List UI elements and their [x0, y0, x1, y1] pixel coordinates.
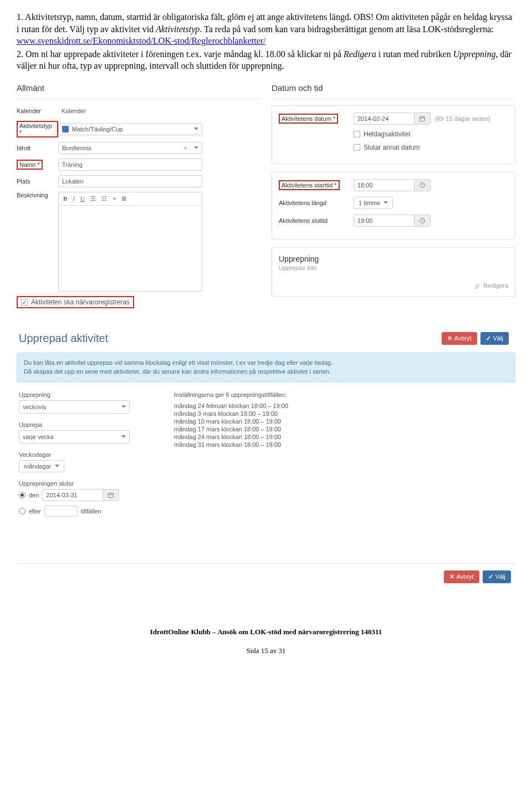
- label-slutar-annat: Slutar annat datum: [364, 144, 420, 151]
- calendar-icon[interactable]: [103, 489, 119, 501]
- label-upprepning: Upprepning: [19, 391, 157, 398]
- chevron-down-icon: [121, 435, 126, 438]
- repeat-card: Upprepning Upprepas inte Redigera: [272, 247, 515, 297]
- label-endtime: Aktivitetens sluttid: [279, 217, 354, 224]
- activity-form: Allmänt Kalender Kalender Aktivitetstyp …: [17, 83, 515, 308]
- label-heldag: Heldagsaktivitet: [364, 130, 411, 138]
- clear-icon[interactable]: ×: [184, 145, 187, 151]
- label-kalender: Kalender: [17, 108, 58, 114]
- bold-button[interactable]: B: [63, 195, 67, 202]
- svg-rect-4: [109, 493, 114, 497]
- time-card: Aktivitetens starttid * 18:00 Aktivitete…: [272, 172, 515, 240]
- info-box: Du kan låta en aktivitet upprepas vid sa…: [17, 353, 515, 383]
- label-plats: Plats: [17, 178, 58, 185]
- input-endtime[interactable]: 19:00: [354, 215, 415, 227]
- label-aktivitetstyp: Aktivitetstyp *: [17, 121, 58, 137]
- cancel-button-top[interactable]: ✕Avbryt: [442, 332, 477, 345]
- value-kalender: Kalender: [58, 105, 89, 116]
- date-card: Aktivitetens datum * 2014-02-24 (för 15 …: [272, 105, 515, 164]
- radio-end-count[interactable]: [19, 508, 25, 514]
- label-namn: Namn *: [17, 160, 43, 170]
- checkbox-attendance[interactable]: [21, 299, 28, 305]
- label-length: Aktivitetens längd: [279, 200, 354, 206]
- select-length[interactable]: 1 timme: [354, 197, 393, 209]
- edit-repeat-link[interactable]: Redigera: [474, 282, 508, 289]
- label-veckodagar: Veckodagar: [19, 451, 157, 458]
- confirm-button-top[interactable]: ✓Välj: [480, 332, 509, 345]
- label-repeat-ends: Upprepningen slutar: [19, 480, 157, 487]
- instruction-text: 1. Aktivitetstyp, namn, datum, starttid …: [17, 11, 515, 72]
- section-title-datum: Datum och tid: [272, 83, 515, 93]
- label-idrott: Idrott: [17, 145, 58, 151]
- select-idrott[interactable]: Bordtennis ×: [58, 142, 202, 154]
- chevron-down-icon: [55, 465, 59, 467]
- checkbox-slutar-annat[interactable]: [354, 144, 360, 151]
- outdent-button[interactable]: ≡: [112, 195, 116, 202]
- select-veckodagar[interactable]: måndagar: [19, 460, 64, 472]
- label-activity-date: Aktivitetens datum *: [279, 114, 338, 124]
- input-namn[interactable]: Träning: [58, 159, 202, 171]
- bullet-list-button[interactable]: ☰: [90, 195, 96, 202]
- repeat-title: Upprepning: [279, 254, 508, 263]
- input-end-count[interactable]: [44, 506, 78, 517]
- editor-toolbar: B I U ☰ ☷ ≡ ≣: [59, 192, 202, 206]
- chevron-down-icon: [383, 201, 388, 204]
- repeat-preview: Inställningarna ger 6 upprepningstillfäl…: [174, 391, 513, 524]
- section-title-allmant: Allmänt: [17, 83, 260, 93]
- underline-button[interactable]: U: [80, 195, 85, 202]
- input-plats[interactable]: Lokalen: [58, 175, 202, 187]
- rich-text-editor[interactable]: B I U ☰ ☷ ≡ ≣: [58, 192, 202, 292]
- label-attendance: Aktiviteten ska närvaroregistreras: [31, 298, 130, 306]
- chevron-down-icon: [194, 128, 198, 130]
- calendar-icon[interactable]: [415, 113, 431, 125]
- number-list-button[interactable]: ☷: [101, 195, 107, 202]
- svg-rect-0: [420, 116, 425, 121]
- clock-icon[interactable]: [415, 179, 431, 191]
- confirm-button-bottom[interactable]: ✓Välj: [483, 570, 511, 583]
- repeat-panel-title: Upprepad aktivitet: [19, 332, 108, 345]
- label-beskrivning: Beskrivning: [17, 192, 58, 198]
- radio-end-date[interactable]: [19, 492, 25, 498]
- repeat-subtitle: Upprepas inte: [279, 264, 508, 271]
- checkbox-heldag[interactable]: [354, 131, 360, 137]
- color-swatch-icon: [62, 126, 69, 133]
- label-upprepa: Upprepa: [19, 421, 157, 428]
- chevron-down-icon: [121, 405, 126, 408]
- lok-rules-link[interactable]: www.svenskidrott.se/Ekonomisktstod/LOK-s…: [17, 36, 266, 45]
- chevron-down-icon: [194, 146, 198, 149]
- indent-button[interactable]: ≣: [121, 195, 126, 202]
- label-starttime: Aktivitetens starttid *: [279, 180, 340, 190]
- select-upprepa[interactable]: varje vecka: [19, 430, 130, 444]
- repeat-activity-panel: Upprepad aktivitet ✕Avbryt ✓Välj Du kan …: [17, 328, 515, 583]
- clock-icon[interactable]: [415, 215, 431, 227]
- cancel-button-bottom[interactable]: ✕Avbryt: [444, 570, 479, 583]
- date-hint: (för 15 dagar sedan): [435, 115, 490, 122]
- input-activity-date[interactable]: 2014-02-24: [354, 113, 415, 125]
- input-starttime[interactable]: 18:00: [354, 179, 415, 191]
- select-aktivitetstyp[interactable]: Match/Tävling/Cup: [58, 123, 202, 135]
- page-footer: IdrottOnline Klubb – Ansök om LOK-stöd m…: [17, 628, 515, 655]
- attendance-wrapper: Aktiviteten ska närvaroregistreras: [17, 296, 134, 308]
- italic-button[interactable]: I: [73, 195, 75, 202]
- input-end-date[interactable]: 2014-03-31: [42, 489, 103, 501]
- select-upprepning[interactable]: veckovis: [19, 400, 130, 414]
